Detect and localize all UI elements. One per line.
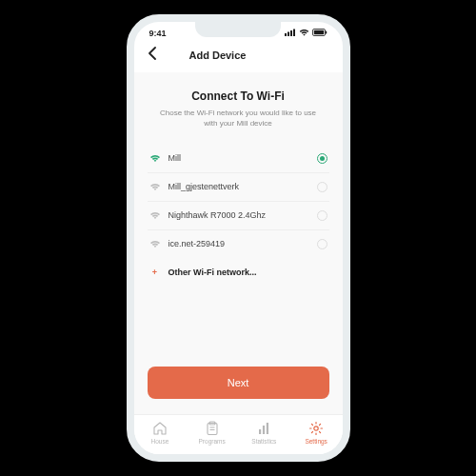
- radio-indicator: [317, 210, 327, 221]
- phone-frame: 9:41 Add Device Connect To Wi-Fi Chose t…: [127, 14, 350, 462]
- svg-rect-1: [288, 32, 289, 37]
- wifi-row[interactable]: Mill: [148, 145, 329, 173]
- programs-icon: [205, 421, 220, 436]
- wifi-name: Mill: [169, 153, 309, 163]
- wifi-icon: [149, 239, 161, 248]
- svg-rect-11: [259, 429, 261, 434]
- page-title: Connect To Wi-Fi: [148, 89, 329, 103]
- wifi-status-icon: [299, 29, 309, 38]
- notch: [195, 22, 281, 37]
- back-button[interactable]: [148, 47, 157, 63]
- other-wifi-button[interactable]: + Other Wi-Fi network...: [148, 258, 329, 277]
- svg-rect-13: [267, 423, 268, 434]
- tab-bar: HouseProgramsStatisticsSettings: [134, 414, 343, 454]
- tab-statistics[interactable]: Statistics: [243, 421, 285, 445]
- wifi-list: MillMill_gjestenettverkNighthawk R7000 2…: [148, 145, 329, 258]
- wifi-row[interactable]: Nighthawk R7000 2.4Ghz: [148, 202, 329, 230]
- cellular-icon: [285, 29, 296, 38]
- svg-rect-5: [313, 30, 323, 34]
- chevron-left-icon: [148, 47, 157, 60]
- content-area: Connect To Wi-Fi Chose the Wi-Fi network…: [134, 72, 343, 414]
- nav-bar: Add Device: [134, 41, 343, 72]
- tab-programs[interactable]: Programs: [191, 421, 233, 445]
- wifi-row[interactable]: Mill_gjestenettverk: [148, 173, 329, 202]
- radio-indicator: [317, 182, 327, 192]
- svg-rect-2: [290, 30, 292, 36]
- wifi-icon: [149, 153, 161, 163]
- svg-point-14: [314, 426, 318, 430]
- wifi-name: Nighthawk R7000 2.4Ghz: [169, 210, 309, 220]
- next-button[interactable]: Next: [148, 367, 329, 399]
- svg-rect-12: [263, 426, 265, 434]
- page-subtitle: Chose the Wi-Fi network you would like t…: [148, 109, 329, 129]
- spacer: [148, 277, 329, 361]
- tab-label: Programs: [199, 438, 226, 445]
- wifi-icon: [149, 182, 161, 191]
- nav-title: Add Device: [189, 50, 247, 61]
- status-time: 9:41: [149, 29, 167, 38]
- tab-label: House: [150, 438, 169, 445]
- svg-rect-0: [285, 33, 287, 36]
- home-icon: [152, 421, 168, 436]
- next-button-label: Next: [228, 377, 249, 388]
- radio-indicator: [317, 239, 327, 249]
- status-indicators: [285, 29, 327, 38]
- battery-icon: [312, 29, 327, 38]
- svg-rect-3: [293, 30, 295, 37]
- wifi-name: ice.net-259419: [169, 239, 309, 248]
- tab-label: Statistics: [251, 438, 276, 445]
- svg-rect-6: [326, 31, 327, 34]
- tab-house[interactable]: House: [139, 421, 181, 445]
- radio-indicator: [317, 153, 327, 164]
- wifi-name: Mill_gjestenettverk: [169, 182, 309, 191]
- wifi-icon: [149, 210, 161, 220]
- statistics-icon: [256, 421, 271, 436]
- tab-settings[interactable]: Settings: [295, 421, 337, 445]
- other-wifi-label: Other Wi-Fi network...: [169, 268, 257, 277]
- wifi-row[interactable]: ice.net-259419: [148, 230, 329, 258]
- plus-icon: +: [149, 268, 161, 277]
- settings-icon: [308, 421, 324, 436]
- tab-label: Settings: [305, 438, 327, 445]
